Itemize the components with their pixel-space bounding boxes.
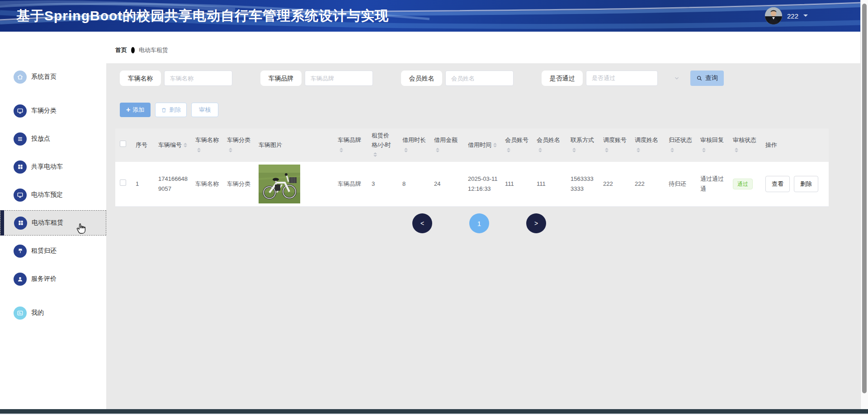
sidebar-item-label: 电动车预定 (31, 191, 63, 199)
cell-index: 1 (131, 162, 154, 207)
col-vehicle-brand: 车辆品牌 (333, 128, 367, 162)
pagination-prev-button[interactable]: < (412, 213, 432, 233)
cell-vehicle-brand: 车辆品牌 (333, 162, 367, 207)
breadcrumb-separator-icon (131, 47, 135, 53)
sidebar-item-ebike-booking[interactable]: 电动车预定 (0, 182, 106, 208)
sort-caret-icon[interactable] (184, 141, 187, 149)
monitor-icon (14, 189, 27, 202)
breadcrumb-home-link[interactable]: 首页 (115, 46, 127, 54)
sidebar-item-drop-point[interactable]: 投放点 (0, 126, 106, 151)
sidebar-item-shared-ebike[interactable]: 共享电动车 (0, 154, 106, 179)
audit-button[interactable]: 审核 (191, 103, 218, 117)
col-dispatch-name: 调度姓名 (630, 128, 664, 162)
vehicle-name-label: 车辆名称 (120, 71, 161, 86)
user-icon (14, 273, 27, 286)
sort-caret-icon[interactable] (404, 146, 408, 154)
sidebar-item-label: 我的 (31, 309, 44, 317)
search-button-label: 查询 (705, 74, 718, 82)
vehicle-name-input[interactable] (164, 71, 232, 86)
sidebar-item-system-home[interactable]: 系统首页 (0, 64, 106, 90)
col-vehicle-category: 车辆分类 (222, 128, 254, 162)
approved-select[interactable]: 是否通过 (586, 71, 658, 86)
sidebar-item-mine[interactable]: 我的 (0, 300, 106, 325)
cell-amount: 24 (429, 162, 463, 207)
sort-caret-icon[interactable] (572, 146, 576, 154)
grid-icon (14, 160, 27, 174)
sidebar-item-label: 服务评价 (31, 275, 57, 283)
sort-caret-icon[interactable] (637, 146, 640, 154)
table-header-row: 序号 车辆编号 车辆名称 车辆分类 车辆图片 车辆品牌 租赁价格/小时 借用时长… (115, 128, 829, 162)
card-icon (14, 307, 27, 320)
filter-approved: 是否通过 是否通过 查询 (542, 71, 724, 86)
row-delete-button[interactable]: 删除 (794, 176, 818, 192)
sort-caret-icon[interactable] (670, 146, 674, 154)
sort-caret-icon[interactable] (538, 146, 542, 154)
col-borrow-time: 借用时间 (463, 128, 500, 162)
vehicle-brand-input[interactable] (305, 71, 373, 86)
filter-vehicle-brand: 车辆品牌 (260, 71, 373, 86)
sidebar-item-label: 投放点 (31, 135, 50, 143)
scrollbar-thumb[interactable] (862, 4, 867, 393)
vehicle-image[interactable] (259, 165, 300, 203)
sort-caret-icon[interactable] (493, 141, 497, 149)
sort-caret-icon[interactable] (229, 146, 232, 154)
chevron-down-icon (674, 75, 680, 81)
col-return-status: 归还状态 (664, 128, 696, 162)
pagination-next-button[interactable]: > (526, 213, 546, 233)
member-name-label: 会员姓名 (401, 71, 442, 86)
cell-member-account: 111 (500, 162, 532, 207)
sort-caret-icon[interactable] (340, 146, 343, 154)
row-checkbox[interactable] (120, 179, 126, 186)
sort-caret-icon[interactable] (605, 146, 609, 154)
col-amount: 借用金额 (429, 128, 463, 162)
page-title: 基于SpringBoot的校园共享电动自行车管理系统设计与实现 (16, 7, 389, 25)
cell-dispatch-account: 222 (599, 162, 630, 207)
content-panel: 车辆名称 车辆品牌 会员姓名 是否通过 是否通过 (106, 63, 860, 409)
rental-table: 序号 车辆编号 车辆名称 车辆分类 车辆图片 车辆品牌 租赁价格/小时 借用时长… (115, 128, 829, 207)
delete-button[interactable]: 删除 (155, 103, 187, 117)
sort-caret-icon[interactable] (197, 146, 201, 154)
col-actions: 操作 (761, 128, 829, 162)
filter-vehicle-name: 车辆名称 (120, 71, 232, 86)
add-button[interactable]: + 添加 (120, 103, 151, 117)
avatar (765, 7, 782, 24)
search-button[interactable]: 查询 (690, 71, 724, 86)
sidebar: 系统首页 车辆分类 投放点 共享电动车 电动车预定 (0, 32, 106, 409)
sort-caret-icon[interactable] (436, 146, 439, 154)
cell-vehicle-name: 车辆名称 (191, 162, 222, 207)
sort-caret-icon[interactable] (702, 146, 706, 154)
col-vehicle-no: 车辆编号 (154, 128, 191, 162)
user-menu[interactable]: 222 (765, 7, 808, 24)
home-icon (14, 71, 27, 84)
cell-actions: 查看删除 (761, 162, 829, 207)
filter-member-name: 会员姓名 (401, 71, 514, 86)
sidebar-menu: 系统首页 车辆分类 投放点 共享电动车 电动车预定 (0, 32, 106, 325)
vehicle-brand-label: 车辆品牌 (260, 71, 302, 86)
select-all-checkbox[interactable] (120, 141, 126, 147)
table-row: 1 1741666489057 车辆名称 车辆分类 (115, 162, 829, 207)
approved-label: 是否通过 (542, 71, 583, 86)
sidebar-item-service-review[interactable]: 服务评价 (0, 266, 106, 292)
sort-caret-icon[interactable] (735, 146, 738, 154)
scrollbar[interactable] (860, 0, 868, 415)
col-index: 序号 (131, 128, 154, 162)
cell-price: 3 (367, 162, 398, 207)
cell-vehicle-category: 车辆分类 (222, 162, 254, 207)
sidebar-item-ebike-rental[interactable]: 电动车租赁 (0, 210, 106, 236)
trash-icon (161, 107, 167, 113)
cell-duration: 8 (398, 162, 429, 207)
cell-dispatch-name: 222 (630, 162, 664, 207)
sort-caret-icon[interactable] (373, 151, 377, 159)
plus-icon: + (126, 106, 130, 113)
col-audit-status: 审核状态 (728, 128, 761, 162)
sidebar-item-vehicle-category[interactable]: 车辆分类 (0, 98, 106, 123)
view-button[interactable]: 查看 (765, 176, 790, 192)
sidebar-item-rental-return[interactable]: 租赁归还 (0, 238, 106, 264)
sidebar-item-label: 车辆分类 (31, 107, 57, 115)
col-contact: 联系方式 (566, 128, 599, 162)
sort-caret-icon[interactable] (507, 146, 510, 154)
sidebar-item-label: 租赁归还 (31, 247, 57, 255)
col-audit-reply: 审核回复 (696, 128, 728, 162)
pagination-page-1[interactable]: 1 (469, 213, 489, 233)
member-name-input[interactable] (445, 71, 514, 86)
